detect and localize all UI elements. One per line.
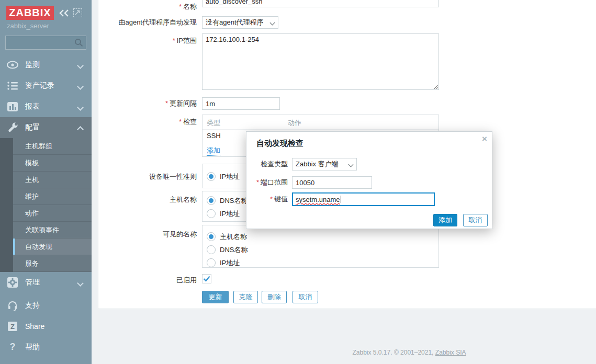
sidebar-item-label: Share [25, 322, 44, 331]
sidebar-item-label: 支持 [25, 301, 40, 310]
submenu-item-templates[interactable]: 模板 [13, 155, 92, 172]
check-row-type: SSH [207, 132, 221, 140]
delete-button[interactable]: 删除 [262, 291, 287, 303]
port-range-label: *端口范围 [246, 176, 288, 189]
checkmark-icon [203, 276, 210, 282]
chevron-down-icon [77, 104, 84, 111]
name-input[interactable] [202, 0, 439, 7]
radio-dns-name[interactable]: DNS名称 [207, 245, 248, 255]
radio-ip-address[interactable]: IP地址 [207, 258, 240, 268]
submenu-item-discovery[interactable]: 自动发现 [13, 238, 92, 255]
radio-selected-icon [207, 172, 216, 181]
sidebar-item-label: 管理 [25, 278, 40, 287]
submenu-item-hosts[interactable]: 主机 [13, 172, 92, 188]
sidebar-collapse-button[interactable] [59, 8, 70, 18]
sidebar: ZABBIX zabbix_server 监测 [0, 0, 92, 364]
modal-add-button[interactable]: 添加 [433, 214, 457, 226]
sidebar-item-help[interactable]: ? 帮助 [0, 337, 92, 358]
check-add-link[interactable]: 添加 [207, 146, 220, 156]
sidebar-item-administration[interactable]: 管理 [0, 272, 92, 293]
sidebar-item-label: 报表 [25, 102, 40, 111]
submenu-item-actions[interactable]: 动作 [13, 205, 92, 222]
sidebar-item-support[interactable]: 支持 [0, 295, 92, 316]
checks-table-header: 类型 动作 [203, 115, 438, 130]
discovered-by-label: 由agent代理程序自动发现 [103, 16, 197, 29]
gear-icon [7, 277, 18, 288]
modal-title: 自动发现检查 [256, 139, 303, 149]
submenu-item-services[interactable]: 服务 [13, 255, 92, 272]
radio-ip-address[interactable]: IP地址 [207, 172, 240, 181]
name-label: *名称 [103, 1, 197, 13]
radio-host-name[interactable]: 主机名称 [207, 232, 247, 242]
sidebar-item-monitoring[interactable]: 监测 [0, 54, 92, 75]
check-type-label: 检查类型 [246, 158, 288, 170]
question-mark-icon: ? [7, 342, 18, 353]
update-interval-label: *更新间隔 [103, 97, 197, 110]
column-action-header: 动作 [288, 118, 301, 128]
footer-version-text: Zabbix 5.0.17. © 2001–2021, [353, 349, 435, 356]
radio-unselected-icon [207, 245, 216, 254]
chevron-up-icon [77, 126, 84, 133]
headset-icon [7, 300, 18, 311]
zabbix-sia-link[interactable]: Zabbix SIA [435, 349, 466, 356]
sidebar-item-reports[interactable]: 报表 [0, 96, 92, 117]
wrench-icon [7, 122, 18, 133]
sidebar-item-label: 资产记录 [25, 81, 54, 90]
clone-button[interactable]: 克隆 [233, 291, 258, 303]
zabbix-logo[interactable]: ZABBIX [6, 6, 54, 20]
submenu-item-host-groups[interactable]: 主机群组 [13, 138, 92, 155]
server-name: zabbix_server [7, 22, 49, 30]
proxy-select[interactable]: 没有agent代理程序 [202, 16, 278, 29]
sidebar-item-label: 监测 [25, 60, 40, 70]
sidebar-item-label: 帮助 [25, 343, 40, 352]
kiosk-mode-button[interactable] [73, 8, 82, 17]
host-name-label: 主机名称 [103, 194, 197, 206]
chevron-down-icon [77, 280, 84, 287]
radio-ip-address[interactable]: IP地址 [207, 209, 240, 219]
sidebar-item-label: 配置 [25, 123, 40, 132]
radio-selected-icon [207, 232, 216, 241]
visible-name-group: 主机名称 DNS名称 IP地址 [202, 225, 439, 268]
submenu-item-maintenance[interactable]: 维护 [13, 188, 92, 205]
sidebar-bottom-nav: 支持 Z Share ? 帮助 [0, 295, 92, 358]
discovery-check-modal: 自动发现检查 × 检查类型 Zabbix 客户端 *端口范围 *键值 syset… [246, 131, 492, 229]
sidebar-nav: 监测 资产记录 报表 [0, 54, 92, 293]
modal-cancel-button[interactable]: 取消 [463, 214, 488, 226]
device-uniqueness-label: 设备唯一性准则 [103, 170, 197, 183]
search-input[interactable] [8, 37, 73, 50]
enabled-label: 已启用 [103, 274, 197, 287]
search-icon[interactable] [74, 38, 83, 47]
page-footer: Zabbix 5.0.17. © 2001–2021, Zabbix SIA [331, 349, 488, 356]
radio-unselected-icon [207, 258, 216, 267]
radio-unselected-icon [207, 209, 216, 218]
update-interval-input[interactable] [202, 97, 280, 110]
submenu-item-event-correlation[interactable]: 关联项事件 [13, 222, 92, 238]
key-input[interactable]: sysetm.uname [292, 192, 435, 206]
select-chevron-icon [348, 162, 354, 167]
check-type-select[interactable]: Zabbix 客户端 [292, 158, 357, 170]
visible-name-label: 可见的名称 [103, 228, 197, 241]
key-label: *键值 [246, 193, 288, 206]
sidebar-item-share[interactable]: Z Share [0, 316, 92, 337]
sidebar-item-configuration[interactable]: 配置 [0, 117, 92, 138]
cancel-button[interactable]: 取消 [293, 291, 318, 303]
close-icon[interactable]: × [482, 134, 487, 143]
ip-range-textarea[interactable]: 172.16.100.1-254 [202, 33, 439, 90]
zabbix-share-icon: Z [7, 321, 18, 332]
double-chevron-left-icon [59, 8, 70, 18]
chevron-down-icon [77, 62, 84, 69]
sidebar-item-inventory[interactable]: 资产记录 [0, 75, 92, 96]
radio-dns-name[interactable]: DNS名称 [207, 196, 248, 206]
ip-range-label: *IP范围 [103, 35, 197, 47]
port-range-input[interactable] [292, 176, 372, 189]
eye-icon [7, 59, 18, 71]
chevron-down-icon [77, 83, 84, 90]
checks-label: *检查 [103, 116, 197, 128]
sidebar-search [5, 36, 86, 50]
text-caret [341, 196, 341, 203]
enabled-checkbox[interactable] [202, 274, 211, 283]
update-button[interactable]: 更新 [202, 291, 229, 303]
bar-chart-icon [7, 101, 18, 112]
select-chevron-icon [270, 20, 275, 26]
column-type-header: 类型 [207, 118, 220, 128]
